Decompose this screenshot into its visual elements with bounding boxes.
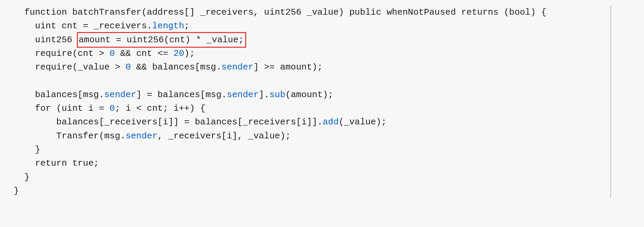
code-line-10: Transfer(msg.sender, _receivers[i], _val… (14, 131, 291, 141)
code-line-9: balances[_receivers[i]] = balances[_rece… (14, 117, 387, 127)
code-line-4: require(cnt > 0 && cnt <= 20); (14, 48, 195, 59)
code-line-7: balances[msg.sender] = balances[msg.send… (14, 90, 333, 100)
code-line-5: require(_value > 0 && balances[msg.sende… (14, 62, 323, 72)
code-block: function batchTransfer(address[] _receiv… (0, 5, 644, 198)
property-sender: sender (104, 90, 136, 100)
code-line-2: uint cnt = _receivers.length; (14, 21, 190, 31)
code-line-11: } (14, 145, 40, 155)
code-line-12: return true; (14, 158, 99, 168)
method-sub: sub (269, 90, 285, 100)
property-sender: sender (126, 131, 158, 141)
code-line-3: uint256 amount = uint256(cnt) * _value; (14, 35, 245, 45)
vertical-divider (610, 5, 611, 198)
highlighted-overflow-line: amount = uint256(cnt) * _value; (77, 32, 246, 48)
property-length: length (152, 21, 184, 31)
code-snippet-container: function batchTransfer(address[] _receiv… (0, 5, 644, 198)
property-sender: sender (222, 62, 254, 72)
code-line-1: function batchTransfer(address[] _receiv… (14, 7, 546, 17)
property-sender: sender (227, 90, 259, 100)
code-line-8: for (uint i = 0; i < cnt; i++) { (14, 103, 206, 114)
method-add: add (323, 117, 339, 127)
code-line-14: } (14, 186, 19, 196)
code-line-13: } (14, 172, 30, 182)
